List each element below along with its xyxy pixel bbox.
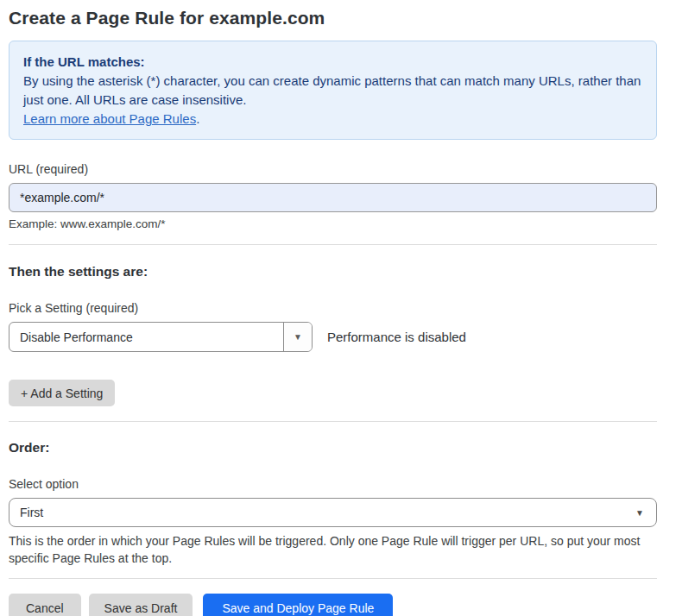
save-and-deploy-button[interactable]: Save and Deploy Page Rule	[203, 594, 393, 616]
order-dropdown[interactable]: First ▼	[9, 498, 657, 527]
footer-actions: Cancel Save as Draft Save and Deploy Pag…	[9, 594, 657, 616]
setting-dropdown-button[interactable]: ▼	[283, 323, 312, 351]
page-title: Create a Page Rule for example.com	[9, 8, 657, 28]
settings-section-heading: Then the settings are:	[9, 264, 657, 280]
setting-row: Disable Performance ▼ Performance is dis…	[9, 322, 657, 352]
setting-dropdown[interactable]: Disable Performance ▼	[9, 322, 313, 352]
add-setting-button[interactable]: + Add a Setting	[9, 380, 115, 406]
chevron-down-icon: ▼	[635, 508, 646, 518]
save-as-draft-button[interactable]: Save as Draft	[89, 594, 193, 616]
url-field-label: URL (required)	[9, 162, 657, 176]
info-box-link-line: Learn more about Page Rules.	[23, 110, 642, 129]
url-example-text: Example: www.example.com/*	[9, 217, 657, 230]
section-divider	[9, 578, 657, 579]
order-select-label: Select option	[9, 477, 657, 491]
chevron-down-icon: ▼	[294, 332, 302, 342]
pick-setting-label: Pick a Setting (required)	[9, 301, 657, 315]
url-input[interactable]	[9, 183, 657, 212]
section-divider	[9, 244, 657, 245]
order-dropdown-value: First	[20, 506, 43, 519]
section-divider	[9, 421, 657, 422]
learn-more-link[interactable]: Learn more about Page Rules	[23, 111, 196, 126]
order-help-text: This is the order in which your Page Rul…	[9, 532, 652, 567]
url-match-info-box: If the URL matches: By using the asteris…	[9, 41, 657, 140]
order-section-heading: Order:	[9, 440, 657, 456]
link-suffix: .	[196, 111, 199, 126]
info-box-body: By using the asterisk (*) character, you…	[23, 72, 642, 110]
setting-dropdown-value: Disable Performance	[9, 323, 283, 351]
info-box-heading: If the URL matches:	[23, 53, 642, 72]
page-rule-form: Create a Page Rule for example.com If th…	[9, 0, 657, 616]
cancel-button[interactable]: Cancel	[9, 594, 81, 616]
setting-status-text: Performance is disabled	[327, 330, 466, 344]
